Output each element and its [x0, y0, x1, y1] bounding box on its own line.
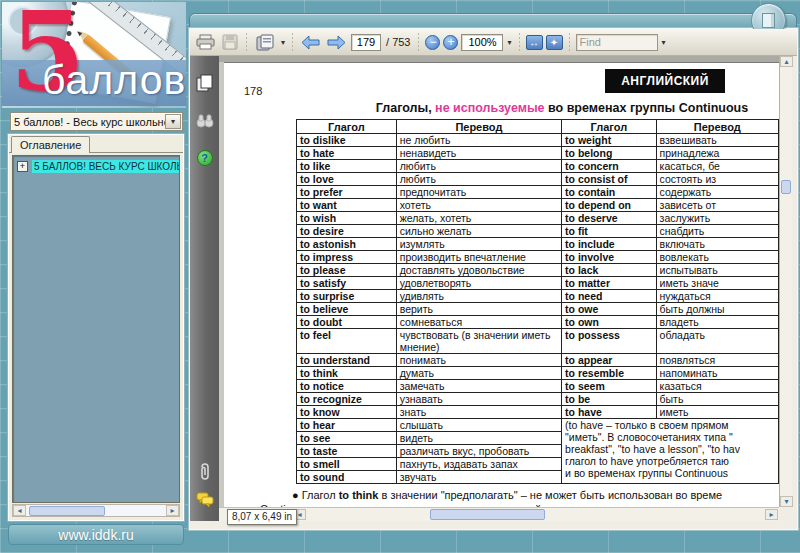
- table-cell: to weight: [562, 134, 656, 147]
- table-cell: замечать: [396, 380, 561, 393]
- tab-strip: Оглавление: [9, 135, 183, 153]
- fit-width-button[interactable]: ↔: [526, 35, 543, 50]
- table-header-cell: Глагол: [562, 120, 656, 134]
- toolbar-separator: [246, 33, 247, 51]
- table-row: to noticeзамечатьto seemказаться: [297, 380, 779, 393]
- sidebar-hscrollbar[interactable]: ◂ ▸: [12, 504, 180, 517]
- print-button[interactable]: [194, 31, 217, 53]
- table-row: to wishжелать, хотетьto deserveзаслужить: [297, 212, 779, 225]
- table-row: to understandпониматьto appearпоявляться: [297, 354, 779, 367]
- table-cell: видеть: [396, 432, 561, 445]
- table-cell: to taste: [297, 445, 397, 458]
- contents-tree[interactable]: + 5 БАЛЛОВ! ВЕСЬ КУРС ШКОЛЬНОЙ: [12, 155, 180, 503]
- table-cell: to recognize: [297, 393, 397, 406]
- table-cell: владеть: [656, 316, 778, 329]
- table-row: to dislikeне любитьto weightвзвешивать: [297, 134, 779, 147]
- table-header-cell: Перевод: [656, 120, 778, 134]
- table-cell: to know: [297, 406, 397, 419]
- table-cell: to doubt: [297, 316, 397, 329]
- table-cell: to feel: [297, 329, 397, 354]
- scroll-right-icon[interactable]: ▸: [166, 505, 179, 516]
- app-logo: 5 баллов!: [2, 2, 186, 108]
- scroll-right-icon[interactable]: ▸: [765, 509, 778, 520]
- save-button[interactable]: [220, 31, 240, 53]
- zoom-level-select[interactable]: 100%: [461, 34, 503, 51]
- table-cell: to appear: [562, 354, 656, 367]
- search-button[interactable]: [196, 114, 214, 132]
- verbs-table-body: to dislikeне любитьto weightвзвешиватьto…: [297, 134, 779, 484]
- table-cell: to lack: [562, 264, 656, 277]
- table-row: to loveлюбитьto consist ofсостоять из: [297, 173, 779, 186]
- table-cell: to contain: [562, 186, 656, 199]
- table-cell: пахнуть, издавать запах: [396, 458, 561, 471]
- table-cell: взвешивать: [656, 134, 778, 147]
- pdf-vscrollbar[interactable]: ▴ ▾: [779, 56, 792, 507]
- zoom-in-button[interactable]: +: [443, 35, 458, 50]
- snapshot-button[interactable]: [253, 31, 277, 53]
- table-row: to astonishизумлятьto includeвключать: [297, 238, 779, 251]
- fit-page-button[interactable]: ✦: [546, 35, 563, 50]
- table-cell: to love: [297, 173, 397, 186]
- tree-item-course[interactable]: + 5 БАЛЛОВ! ВЕСЬ КУРС ШКОЛЬНОЙ: [17, 160, 179, 173]
- table-cell: to sound: [297, 471, 397, 484]
- table-cell: to impress: [297, 251, 397, 264]
- table-cell: to understand: [297, 354, 397, 367]
- page-number: 178: [244, 85, 262, 97]
- table-cell: to seem: [562, 380, 656, 393]
- pdf-vscrollbar-thumb[interactable]: [781, 180, 791, 194]
- attachments-button[interactable]: [197, 462, 213, 486]
- table-row: to hearслышать(to have – только в своем …: [297, 419, 779, 432]
- tree-expander-icon[interactable]: +: [17, 161, 28, 172]
- table-cell: to hear: [297, 419, 397, 432]
- pdf-hscrollbar[interactable]: ◂ ▸: [219, 507, 779, 521]
- table-cell: to believe: [297, 303, 397, 316]
- toolbar-separator: [418, 33, 419, 51]
- pdf-hscrollbar-thumb[interactable]: [430, 509, 545, 520]
- paperclip-icon: [197, 462, 213, 482]
- table-cell: состоять из: [656, 173, 778, 186]
- table-cell: to need: [562, 290, 656, 303]
- course-select[interactable]: 5 баллов! - Весь курс школьной пр ▾: [10, 112, 183, 131]
- table-row: to hateненавидетьto belongпринадлежа: [297, 147, 779, 160]
- zoom-out-button[interactable]: −: [425, 35, 440, 50]
- table-cell: знать: [396, 406, 561, 419]
- scroll-left-icon[interactable]: ◂: [13, 505, 26, 516]
- table-cell: сомневаться: [396, 316, 561, 329]
- toolbar-separator: [569, 33, 570, 51]
- pages-panel-button[interactable]: [196, 74, 214, 96]
- tab-contents[interactable]: Оглавление: [11, 136, 90, 153]
- sidebar-hscrollbar-thumb[interactable]: [29, 506, 105, 516]
- verbs-table: ГлаголПереводГлаголПеревод to dislikeне …: [296, 119, 779, 484]
- table-cell: доставлять удовольствие: [396, 264, 561, 277]
- table-cell: заслужить: [656, 212, 778, 225]
- zoom-dropdown-icon[interactable]: ▾: [506, 38, 512, 47]
- title-highlight: не используемые: [435, 101, 544, 115]
- comments-button[interactable]: [196, 492, 214, 511]
- snapshot-icon: [255, 34, 275, 51]
- scroll-down-icon[interactable]: ▾: [780, 496, 793, 507]
- scroll-up-icon[interactable]: ▴: [780, 56, 793, 67]
- table-cell: различать вкус, пробовать: [396, 445, 561, 458]
- chevron-down-icon[interactable]: ▾: [165, 114, 181, 129]
- page-title: Глаголы, не используемые во временах гру…: [344, 101, 779, 115]
- table-cell: to depend on: [562, 199, 656, 212]
- find-input[interactable]: [576, 34, 658, 51]
- table-note-cell: (to have – только в своем прямом"иметь".…: [562, 419, 779, 484]
- help-button[interactable]: ?: [197, 150, 213, 166]
- table-cell: обладать: [656, 329, 778, 354]
- table-cell: to prefer: [297, 186, 397, 199]
- table-cell: снабдить: [656, 225, 778, 238]
- table-row: to pleaseдоставлять удовольствиеto lackи…: [297, 264, 779, 277]
- page-number-input[interactable]: [351, 34, 381, 51]
- snapshot-dropdown-icon[interactable]: ▾: [280, 38, 286, 47]
- verbs-table-header: ГлаголПереводГлаголПеревод: [297, 120, 779, 134]
- table-cell: to like: [297, 160, 397, 173]
- prev-page-button[interactable]: [299, 31, 322, 53]
- page-size-popup: 8,07 x 6,49 in: [227, 509, 297, 525]
- table-row: to wantхотетьto depend onзависеть от: [297, 199, 779, 212]
- next-page-button[interactable]: [325, 31, 348, 53]
- site-link[interactable]: www.iddk.ru: [8, 524, 184, 545]
- table-cell: to desire: [297, 225, 397, 238]
- comments-icon: [196, 492, 214, 507]
- find-dropdown-icon[interactable]: ▾: [661, 38, 667, 47]
